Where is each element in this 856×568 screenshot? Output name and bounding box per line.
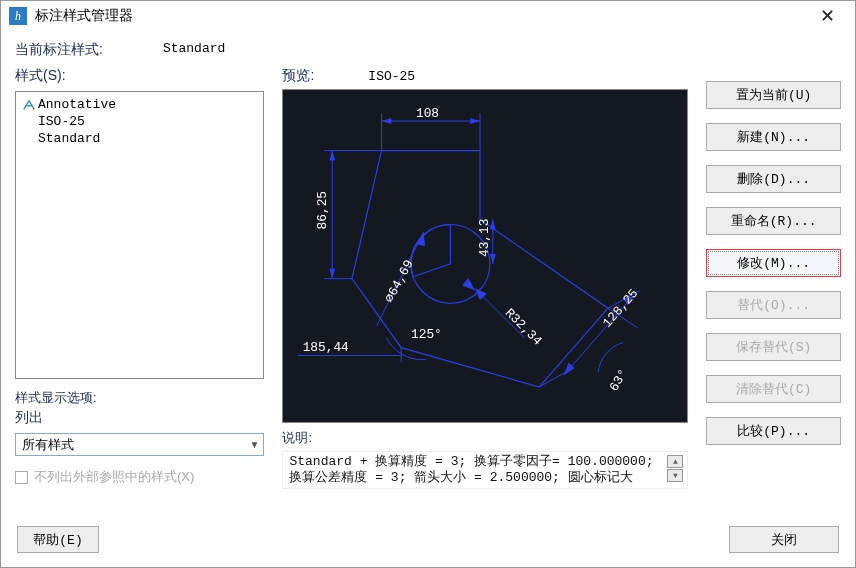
dim-height: 86,25 xyxy=(316,191,331,229)
description-label: 说明: xyxy=(282,429,688,447)
close-button[interactable]: 关闭 xyxy=(729,526,839,553)
description-line: 换算公差精度 = 3; 箭头大小 = 2.500000; 圆心标记大 xyxy=(289,470,681,486)
close-icon[interactable]: ✕ xyxy=(807,2,847,30)
current-style-value: Standard xyxy=(163,41,225,59)
description-line: Standard + 换算精度 = 3; 换算子零因子= 100.000000; xyxy=(289,454,681,470)
window-title: 标注样式管理器 xyxy=(35,7,807,25)
preview-canvas: 108 86,25 43,13 xyxy=(282,89,688,423)
set-current-button[interactable]: 置为当前(U) xyxy=(706,81,841,109)
styles-label: 样式(S): xyxy=(15,67,264,85)
modify-button[interactable]: 修改(M)... xyxy=(706,249,841,277)
preview-name: ISO-25 xyxy=(368,69,415,84)
dim-vert-small: 43,13 xyxy=(477,219,492,257)
description-scroll: ▲ ▼ xyxy=(667,455,683,482)
svg-marker-5 xyxy=(471,118,481,124)
svg-marker-9 xyxy=(330,151,336,161)
clear-override-button[interactable]: 清除替代(C) xyxy=(706,375,841,403)
dim-radius: R32,34 xyxy=(502,305,545,348)
styles-panel: 样式(S): Annotative ISO-25 Standard 样式显示选项… xyxy=(15,67,264,518)
new-button[interactable]: 新建(N)... xyxy=(706,123,841,151)
footer: 帮助(E) 关闭 xyxy=(15,526,841,553)
list-out-label: 列出 xyxy=(15,409,264,427)
list-item-label: ISO-25 xyxy=(38,113,85,130)
no-xref-checkbox-row: 不列出外部参照中的样式(X) xyxy=(15,468,264,486)
main-row: 样式(S): Annotative ISO-25 Standard 样式显示选项… xyxy=(15,67,841,518)
list-item[interactable]: Standard xyxy=(22,130,257,147)
content-area: 当前标注样式: Standard 样式(S): Annotative ISO-2… xyxy=(1,31,855,567)
delete-button[interactable]: 删除(D)... xyxy=(706,165,841,193)
list-item-label: Standard xyxy=(38,130,100,147)
titlebar: h 标注样式管理器 ✕ xyxy=(1,1,855,31)
current-style-row: 当前标注样式: Standard xyxy=(15,41,841,59)
scroll-down-icon[interactable]: ▼ xyxy=(667,469,683,482)
dim-x-coord: 185,44 xyxy=(303,340,349,355)
preview-panel: 预览: ISO-25 xyxy=(282,67,688,518)
annotative-icon xyxy=(22,98,36,112)
svg-marker-22 xyxy=(416,231,425,246)
svg-marker-23 xyxy=(463,278,476,291)
list-item-label: Annotative xyxy=(38,96,116,113)
filter-select[interactable]: 所有样式 ▼ xyxy=(15,433,264,456)
list-item[interactable]: ISO-25 xyxy=(22,113,257,130)
app-icon: h xyxy=(9,7,27,25)
filter-value: 所有样式 xyxy=(22,436,74,454)
dim-angle: 125° xyxy=(412,327,443,342)
preview-label: 预览: xyxy=(282,67,314,85)
chevron-down-icon: ▼ xyxy=(250,439,260,450)
display-option-label: 样式显示选项: xyxy=(15,389,264,407)
current-style-label: 当前标注样式: xyxy=(15,41,103,59)
dim-small-angle: 63° xyxy=(607,366,632,393)
dialog-window: h 标注样式管理器 ✕ 当前标注样式: Standard 样式(S): Anno… xyxy=(0,0,856,568)
help-button[interactable]: 帮助(E) xyxy=(17,526,99,553)
dim-diameter: ⌀64,69 xyxy=(382,257,417,305)
override-button[interactable]: 替代(O)... xyxy=(706,291,841,319)
compare-button[interactable]: 比较(P)... xyxy=(706,417,841,445)
style-list[interactable]: Annotative ISO-25 Standard xyxy=(15,91,264,379)
preview-header: 预览: ISO-25 xyxy=(282,67,688,85)
svg-marker-10 xyxy=(330,269,336,279)
svg-marker-4 xyxy=(382,118,392,124)
rename-button[interactable]: 重命名(R)... xyxy=(706,207,841,235)
scroll-up-icon[interactable]: ▲ xyxy=(667,455,683,468)
list-item[interactable]: Annotative xyxy=(22,96,257,113)
dim-width: 108 xyxy=(416,106,439,121)
no-xref-checkbox[interactable] xyxy=(15,471,28,484)
no-xref-label: 不列出外部参照中的样式(X) xyxy=(34,468,194,486)
description-box: Standard + 换算精度 = 3; 换算子零因子= 100.000000;… xyxy=(282,451,688,489)
dim-slant: 128,25 xyxy=(600,286,642,331)
save-override-button[interactable]: 保存替代(S) xyxy=(706,333,841,361)
button-column: 置为当前(U) 新建(N)... 删除(D)... 重命名(R)... 修改(M… xyxy=(706,67,841,518)
